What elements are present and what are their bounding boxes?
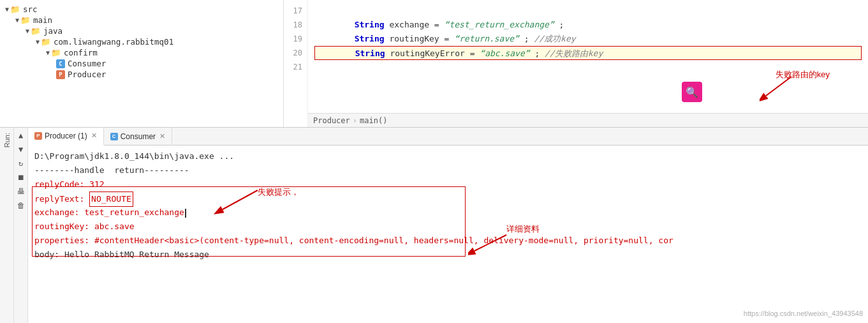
comment-19: //成功key <box>534 34 575 43</box>
top-section: ▼ 📁 src ▼ 📁 main ▼ 📁 java ▼ 📁 com.liwang… <box>0 0 868 128</box>
output-line-6: routingKey: abc.save <box>34 220 862 234</box>
tab-label-consumer: Consumer <box>121 132 156 141</box>
semi-18: ; <box>559 20 564 29</box>
tree-label-confirm: confirm <box>64 48 98 57</box>
code-line-17 <box>314 4 862 18</box>
search-button[interactable]: 🔍 <box>682 82 702 102</box>
output-line-3: replyCode: 312 <box>34 177 862 192</box>
run-label: Run: <box>2 130 12 150</box>
tab-label-producer: Producer (1) <box>45 131 87 140</box>
code-content[interactable]: String exchange = “test_return_exchange”… <box>308 0 868 127</box>
folder-icon-src: 📁 <box>10 4 20 14</box>
tab-bar: P Producer (1) ✕ C Consumer ✕ <box>28 128 868 146</box>
breadcrumb-method: main() <box>360 116 387 125</box>
search-icon: 🔍 <box>686 86 698 98</box>
expand-arrow-java: ▼ <box>26 27 29 34</box>
output-line-5: exchange: test_return_exchange <box>34 206 862 220</box>
folder-icon-confirm: 📁 <box>51 48 61 57</box>
folder-icon-main: 📁 <box>20 15 31 25</box>
expand-arrow-package: ▼ <box>36 38 40 45</box>
folder-icon-package: 📁 <box>41 37 51 47</box>
run-actions: ▲ ▼ ↻ ⏹ 🖶 🗑 <box>14 128 28 323</box>
annotation-fail: 失败提示， <box>258 185 299 199</box>
expand-arrow-src: ▼ <box>5 6 9 13</box>
semi-20: ; <box>534 49 540 58</box>
semi-19: ; <box>524 34 529 43</box>
breadcrumb-sep: › <box>353 116 357 125</box>
tree-label-java: java <box>43 26 63 36</box>
tree-label-producer: Producer <box>68 70 106 79</box>
tab-icon-producer: P <box>34 132 42 140</box>
tree-item-src[interactable]: ▼ 📁 src <box>0 4 283 15</box>
str-routing-err: “abc.save” <box>480 49 529 58</box>
run-action-up[interactable]: ▲ <box>16 130 26 140</box>
var-routing-err: routingKeyError = <box>390 49 480 58</box>
folder-icon-java: 📁 <box>31 26 41 36</box>
tree-item-producer[interactable]: P Producer <box>0 69 283 80</box>
tab-consumer[interactable]: C Consumer ✕ <box>104 128 172 146</box>
run-sidebar: Run: <box>0 128 14 323</box>
tree-item-java[interactable]: ▼ 📁 java <box>0 26 283 36</box>
tree-label-consumer: Consumer <box>68 59 106 68</box>
code-editor: 17 18 19 20 21 String exchange = “test_r… <box>284 0 868 127</box>
annotation-error-key: 失败路由的key <box>776 69 830 80</box>
run-action-stop[interactable]: ⏹ <box>16 172 26 183</box>
kw-string-18: String <box>355 20 385 29</box>
tree-label-main: main <box>33 15 52 25</box>
tree-item-main[interactable]: ▼ 📁 main <box>0 15 283 26</box>
tab-producer[interactable]: P Producer (1) ✕ <box>28 128 104 146</box>
run-action-rerun[interactable]: ↻ <box>16 158 26 169</box>
tab-icon-consumer: C <box>110 133 118 140</box>
expand-arrow-confirm: ▼ <box>46 49 50 56</box>
tree-label-package: com.liwangwang.rabbitmq01 <box>54 37 173 47</box>
output-area: D:\Program\jdk1.8.0_144\bin\java.exe ...… <box>28 146 868 323</box>
expand-arrow-main: ▼ <box>15 17 19 24</box>
output-line-2: --------handle return--------- <box>34 163 862 177</box>
run-action-print[interactable]: 🖶 <box>16 186 26 197</box>
tree-item-package[interactable]: ▼ 📁 com.liwangwang.rabbitmq01 <box>0 36 283 47</box>
run-panel: Run: ▲ ▼ ↻ ⏹ 🖶 🗑 P Producer (1) ✕ C Co <box>0 128 868 323</box>
output-line-1: D:\Program\jdk1.8.0_144\bin\java.exe ... <box>34 149 862 163</box>
text-cursor <box>185 209 186 218</box>
code-line-20: String routingKeyError = “abc.save” ; //… <box>314 46 862 60</box>
str-exchange: “test_return_exchange” <box>445 20 554 29</box>
tree-item-confirm[interactable]: ▼ 📁 confirm <box>0 47 283 58</box>
file-icon-consumer: C <box>56 59 65 68</box>
annotation-detail: 详细资料 <box>506 222 540 236</box>
comment-20: //失败路由key <box>545 49 603 58</box>
reply-text-box: NO_ROUTE <box>89 192 133 207</box>
watermark: https://blog.csdn.net/weixin_43943548 <box>744 306 863 320</box>
breadcrumb-bar: Producer › main() <box>308 113 868 127</box>
tab-close-producer[interactable]: ✕ <box>91 131 97 140</box>
tab-close-consumer[interactable]: ✕ <box>159 132 165 140</box>
output-line-8: body: Hello RabbitMQ Return Message <box>34 248 862 262</box>
code-line-18: String exchange = “test_return_exchange”… <box>314 18 862 32</box>
kw-string-19: String <box>355 34 385 43</box>
str-routing: “return.save” <box>454 34 519 43</box>
line-numbers: 17 18 19 20 21 <box>284 0 308 127</box>
code-line-19: String routingKey = “return.save” ; //成功… <box>314 32 862 46</box>
file-icon-producer: P <box>56 70 65 79</box>
run-action-down[interactable]: ▼ <box>16 144 26 154</box>
file-tree: ▼ 📁 src ▼ 📁 main ▼ 📁 java ▼ 📁 com.liwang… <box>0 0 284 127</box>
var-exchange: exchange = <box>389 20 444 29</box>
output-line-7: properties: #contentHeader<basic>(conten… <box>34 234 862 248</box>
run-main: P Producer (1) ✕ C Consumer ✕ D:\Program… <box>28 128 868 323</box>
output-line-4: replyText: NO_ROUTE <box>34 192 862 206</box>
run-action-trash[interactable]: 🗑 <box>16 200 26 211</box>
tree-item-consumer[interactable]: C Consumer <box>0 58 283 69</box>
tree-label-src: src <box>23 4 38 14</box>
var-routing: routingKey = <box>389 34 454 43</box>
kw-string-20: String <box>355 49 385 58</box>
breadcrumb-file: Producer <box>313 116 350 125</box>
